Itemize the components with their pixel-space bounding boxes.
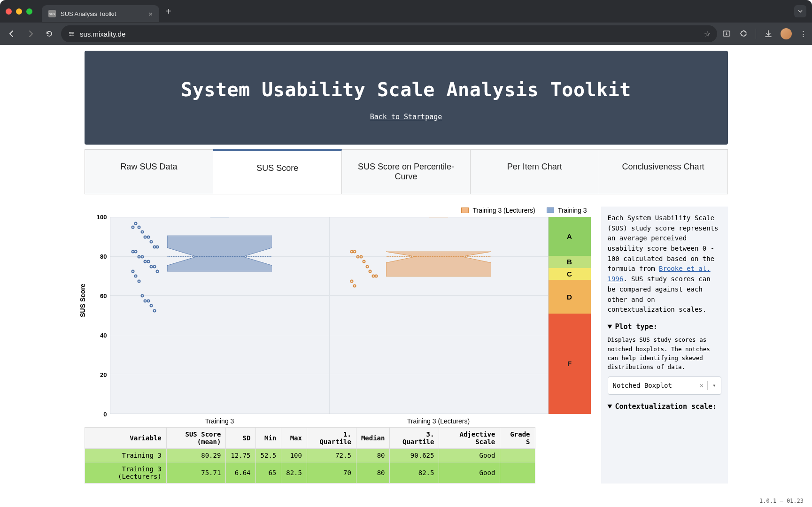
scatter-point [140,294,144,298]
sidebar-description: Each System Usability Scale (SUS) study … [608,213,721,315]
chart-legend: Training 3 (Lecturers) Training 3 [85,207,591,214]
downloads-icon[interactable] [764,29,773,38]
y-axis-label: SUS Score [78,284,86,317]
tab-sus-score[interactable]: SUS Score [213,149,342,194]
main-tab-bar: Raw SUS Data SUS Score SUS Score on Perc… [85,149,728,194]
tab-raw-sus-data[interactable]: Raw SUS Data [85,150,214,194]
scatter-point [156,269,159,273]
legend-item-training3[interactable]: Training 3 [547,207,587,214]
plot-type-summary[interactable]: Plot type: [608,322,721,332]
scatter-point [131,225,134,229]
grade-B: B [549,256,591,268]
contextualization-section[interactable]: Contextualization scale: [608,401,721,412]
table-cell: Training 3 [85,449,166,462]
window-minimize[interactable] [16,8,22,15]
scatter-point [156,245,159,248]
plot-type-description: Displays SUS study scores as notched box… [608,335,721,372]
tab-conclusiveness-chart[interactable]: Conclusiveness Chart [599,150,727,194]
contextualization-summary[interactable]: Contextualization scale: [608,401,721,412]
table-cell: Good [439,462,500,484]
scatter-point [365,265,369,268]
table-cell: 80.29 [166,449,226,462]
install-app-icon[interactable] [722,29,731,38]
scatter-point [375,275,378,278]
scatter-point [134,250,138,254]
table-header: SUS Score (mean) [166,428,226,449]
table-cell: 80 [356,462,390,484]
scatter-point [150,304,153,307]
table-cell: 100 [281,449,307,462]
back-button[interactable] [5,27,19,41]
kebab-menu-icon[interactable]: ⋮ [799,29,807,39]
scatter-point [134,275,138,278]
scatter-point [138,279,141,283]
table-header: Median [356,428,390,449]
tabs-dropdown-icon[interactable] [794,5,806,17]
plot-type-section[interactable]: Plot type: Displays SUS study scores as … [608,322,721,395]
table-cell [500,462,535,484]
tab-favicon: sus [48,10,56,17]
table-cell: 75.71 [166,462,226,484]
scatter-point [359,255,363,258]
y-tick: 40 [100,332,107,339]
scatter-point [150,240,153,244]
table-cell: 90.625 [390,449,439,462]
y-tick: 0 [103,411,107,418]
clear-select-icon[interactable]: × [700,381,704,391]
grade-A: A [549,217,591,256]
legend-swatch-orange-icon [461,207,469,213]
table-cell: Training 3 (Lecturers) [85,462,166,484]
scatter-point [147,299,150,302]
grade-D: D [549,280,591,313]
table-cell [500,449,535,462]
chevron-down-icon[interactable]: ▾ [707,381,716,390]
tab-per-item-chart[interactable]: Per Item Chart [471,150,599,194]
scatter-point [353,250,356,254]
svg-point-1 [72,33,74,35]
profile-avatar[interactable] [781,28,792,39]
legend-item-lecturers[interactable]: Training 3 (Lecturers) [461,207,535,214]
table-row: Training 3 (Lecturers)75.716.646582.5708… [85,462,535,484]
address-bar[interactable]: sus.mixality.de ☆ [61,25,717,42]
plot-type-select[interactable]: Notched Boxplot × ▾ [608,376,721,395]
separator [756,29,756,39]
reload-button[interactable] [42,27,56,41]
svg-point-0 [70,32,71,33]
site-settings-icon[interactable] [68,30,75,38]
plot-type-value: Notched Boxplot [613,381,672,391]
y-tick: 100 [97,214,107,221]
table-cell: 80 [356,449,390,462]
window-close[interactable] [6,8,12,15]
scatter-point [131,269,134,273]
browser-tab[interactable]: sus SUS Analysis Toolkit × [42,5,159,22]
extensions-icon[interactable] [739,29,748,38]
legend-label: Training 3 (Lecturers) [472,207,535,214]
new-tab-button[interactable]: + [166,6,171,17]
legend-label: Training 3 [558,207,587,214]
scatter-point [353,284,356,288]
table-cell: 12.75 [226,449,255,462]
window-zoom[interactable] [26,8,32,15]
tab-percentile-curve[interactable]: SUS Score on Percentile-Curve [342,150,471,194]
table-header: Min [255,428,281,449]
sidebar-panel: Each System Usability Scale (SUS) study … [601,207,728,484]
table-cell: 6.64 [226,462,255,484]
y-tick: 60 [100,292,107,300]
bookmark-star-icon[interactable]: ☆ [704,30,711,38]
scatter-point [134,222,138,225]
grade-scale: A B C D F [549,217,591,414]
table-header: Grade S [500,428,535,449]
scatter-point [153,309,156,312]
legend-swatch-blue-icon [547,207,554,213]
y-tick: 20 [100,371,107,378]
boxplot-chart: SUS Score 0 20 40 60 80 100 [85,217,591,414]
scatter-point [369,269,372,273]
forward-button[interactable] [23,27,38,41]
table-cell: 82.5 [390,462,439,484]
table-row: Training 380.2912.7552.510072.58090.625G… [85,449,535,462]
table-header: SD [226,428,255,449]
tab-close-icon[interactable]: × [148,10,153,18]
back-to-start-link[interactable]: Back to Startpage [370,113,442,121]
scatter-point [147,260,150,263]
table-cell: 72.5 [307,449,356,462]
